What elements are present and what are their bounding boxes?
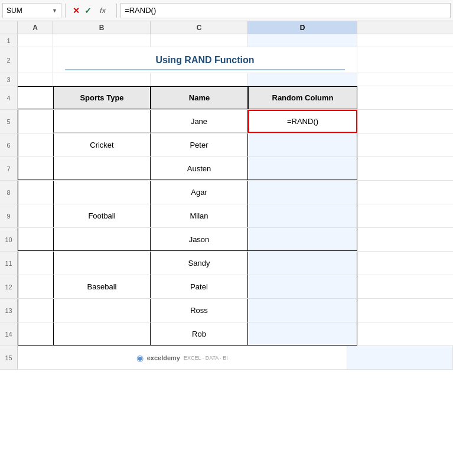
row-num-spacer [0, 21, 18, 34]
cell-d3[interactable] [248, 73, 357, 86]
watermark-icon: ◉ [136, 353, 144, 363]
row-11: 11 Sandy [0, 252, 453, 275]
cell-c3[interactable] [151, 73, 248, 86]
cell-d12[interactable] [248, 275, 357, 298]
row-12: 12 Baseball Patel [0, 275, 453, 299]
sports-type-header: Sports Type [80, 93, 123, 102]
row-num-2: 2 [0, 47, 18, 73]
cell-a1[interactable] [18, 34, 53, 47]
col-header-a[interactable]: A [18, 21, 53, 34]
cell-c5[interactable]: Jane [151, 110, 248, 133]
row-4: 4 Sports Type Name Random Column [0, 86, 453, 110]
row-num-8: 8 [0, 181, 18, 204]
cell-c4-header[interactable]: Name [151, 86, 248, 109]
col-header-b[interactable]: B [53, 21, 151, 34]
cell-b1[interactable] [53, 34, 151, 47]
cell-c8[interactable]: Agar [151, 181, 248, 204]
row-8: 8 Agar [0, 181, 453, 204]
formula-bar-divider-2 [116, 4, 117, 18]
cell-c1[interactable] [151, 34, 248, 47]
row-num-5: 5 [0, 110, 18, 133]
cell-b13[interactable] [53, 299, 151, 322]
row-3: 3 [0, 73, 453, 86]
cell-watermark: ◉ exceldemy EXCEL · DATA · BI [18, 346, 347, 369]
name-box[interactable]: SUM ▼ [2, 3, 61, 18]
cell-a6[interactable] [18, 133, 53, 157]
row-7: 7 Austen [0, 157, 453, 181]
cell-a14[interactable] [18, 322, 53, 345]
cell-d8[interactable] [248, 181, 357, 204]
row-5: 5 Jane =RAND() [0, 110, 453, 133]
name-header: Name [189, 93, 210, 102]
cell-a3[interactable] [18, 73, 53, 86]
rows-container: 1 2 Using RAND Function 3 4 [0, 34, 453, 476]
row-num-1: 1 [0, 34, 18, 47]
cell-b5[interactable] [53, 110, 151, 133]
cell-b14[interactable] [53, 322, 151, 345]
cell-d13[interactable] [248, 299, 357, 322]
cell-a9[interactable] [18, 204, 53, 227]
spreadsheet-title: Using RAND Function [53, 55, 357, 66]
row-num-12: 12 [0, 275, 18, 298]
col-header-d[interactable]: D [248, 21, 357, 34]
watermark-brand: exceldemy [147, 354, 180, 361]
row-6: 6 Cricket Peter [0, 133, 453, 157]
cell-c14[interactable]: Rob [151, 322, 248, 345]
cell-d11[interactable] [248, 252, 357, 275]
cell-b10[interactable] [53, 228, 151, 251]
cell-d6[interactable] [248, 133, 357, 157]
cell-b6[interactable]: Cricket [53, 133, 151, 157]
cell-a5[interactable] [18, 110, 53, 133]
cell-d9[interactable] [248, 204, 357, 227]
formula-input[interactable] [120, 3, 451, 18]
random-column-header: Random Column [272, 93, 334, 102]
row-15: 15 ◉ exceldemy EXCEL · DATA · BI [0, 346, 453, 370]
cell-c7[interactable]: Austen [151, 157, 248, 180]
cell-d7[interactable] [248, 157, 357, 180]
row-num-13: 13 [0, 299, 18, 322]
cell-d5[interactable]: =RAND() [248, 110, 357, 133]
cancel-formula-icon[interactable]: ✕ [73, 6, 80, 15]
cell-d1[interactable] [248, 34, 357, 47]
row-9: 9 Football Milan [0, 204, 453, 228]
name-box-value: SUM [6, 6, 22, 15]
cell-b12[interactable]: Baseball [53, 275, 151, 298]
confirm-formula-icon[interactable]: ✓ [84, 6, 92, 15]
cell-a11[interactable] [18, 252, 53, 275]
cell-a2[interactable] [18, 47, 53, 73]
cell-c6[interactable]: Peter [151, 133, 248, 157]
formula-bar-icons: ✕ ✓ fx [69, 6, 113, 15]
cell-a7[interactable] [18, 157, 53, 180]
cell-c9[interactable]: Milan [151, 204, 248, 227]
cell-b3[interactable] [53, 73, 151, 86]
row-13: 13 Ross [0, 299, 453, 322]
cell-d14[interactable] [248, 322, 357, 345]
spreadsheet: A B C D 1 2 Using RAND Function 3 [0, 21, 453, 476]
cell-a4[interactable] [18, 86, 53, 109]
row-10: 10 Jason [0, 228, 453, 252]
cell-a10[interactable] [18, 228, 53, 251]
cell-c10[interactable]: Jason [151, 228, 248, 251]
cell-b4-header[interactable]: Sports Type [53, 86, 151, 109]
col-header-c[interactable]: C [151, 21, 248, 34]
name-box-chevron-icon: ▼ [52, 8, 57, 14]
cell-title[interactable]: Using RAND Function [53, 47, 357, 73]
row-num-6: 6 [0, 133, 18, 157]
cell-c11[interactable]: Sandy [151, 252, 248, 275]
cell-d10[interactable] [248, 228, 357, 251]
cell-d15[interactable] [347, 346, 453, 369]
cell-d4-header[interactable]: Random Column [248, 86, 357, 109]
cell-c13[interactable]: Ross [151, 299, 248, 322]
row-1: 1 [0, 34, 453, 47]
cell-c12[interactable]: Patel [151, 275, 248, 298]
cell-b8[interactable] [53, 181, 151, 204]
cell-b9[interactable]: Football [53, 204, 151, 227]
formula-bar: SUM ▼ ✕ ✓ fx [0, 0, 453, 21]
row-num-14: 14 [0, 322, 18, 345]
cell-a12[interactable] [18, 275, 53, 298]
cell-b7[interactable] [53, 157, 151, 180]
fx-label: fx [96, 6, 109, 15]
cell-a8[interactable] [18, 181, 53, 204]
cell-b11[interactable] [53, 252, 151, 275]
cell-a13[interactable] [18, 299, 53, 322]
